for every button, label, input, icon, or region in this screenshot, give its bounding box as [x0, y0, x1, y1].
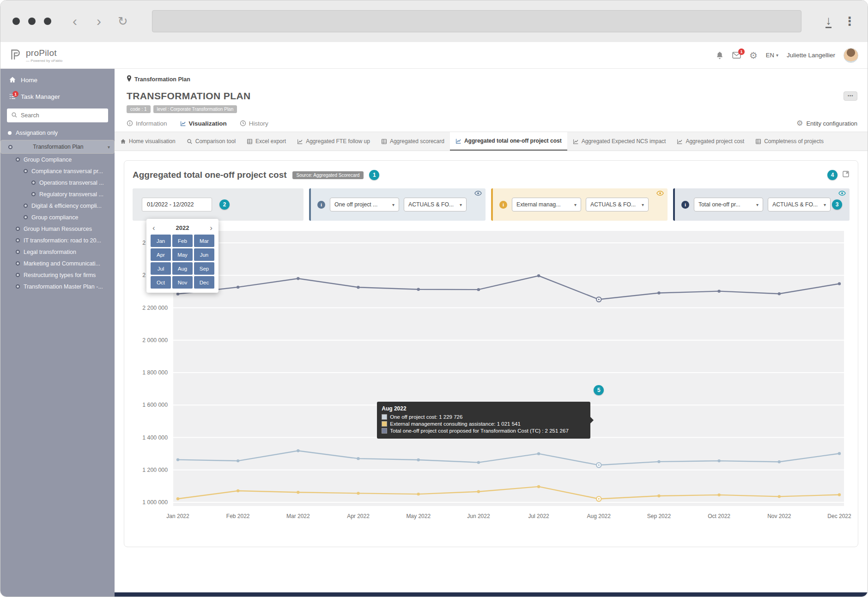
brand-logo[interactable]: proPilot — Powered by oFakto [10, 48, 62, 63]
eye-icon[interactable] [474, 191, 482, 196]
series-select[interactable]: External manag... [512, 198, 581, 211]
data-point[interactable] [237, 459, 239, 462]
subtab-aggregated-total-one-off-project-cost[interactable]: Aggregated total one-off project cost [450, 132, 567, 151]
month-aug[interactable]: Aug [172, 262, 193, 275]
subtab-completness-of-projects[interactable]: Completness of projects [750, 132, 829, 151]
data-point[interactable] [838, 493, 841, 496]
cost-line-chart[interactable]: 1 000 0001 200 0001 400 0001 600 0001 80… [133, 226, 851, 540]
data-point[interactable] [417, 493, 420, 495]
subtab-aggregated-expected-ncs-impact[interactable]: Aggregated Expected NCS impact [567, 132, 672, 151]
tab-history[interactable]: History [240, 120, 268, 127]
notifications-bell-icon[interactable] [716, 51, 724, 60]
data-point[interactable] [838, 282, 841, 285]
data-point[interactable] [778, 495, 781, 498]
window-button[interactable] [12, 18, 20, 25]
data-point[interactable] [657, 494, 660, 497]
series-select[interactable]: Total one-off pr... [694, 198, 763, 211]
data-point[interactable] [176, 458, 179, 461]
data-point[interactable] [778, 460, 781, 463]
next-year-icon[interactable]: › [210, 224, 212, 232]
scenario-select[interactable]: ACTUALS & FO... [768, 198, 831, 211]
data-point[interactable] [237, 489, 239, 492]
sidebar-item-task-manager[interactable]: 1 Task Manager [0, 88, 115, 105]
month-may[interactable]: May [172, 248, 193, 261]
tree-item-group-compliance[interactable]: Group Compliance [0, 154, 115, 165]
browser-menu-icon[interactable]: ⋮ [844, 14, 856, 29]
data-point[interactable] [657, 460, 660, 463]
tree-item-legal-transformation[interactable]: Legal transformation [0, 246, 115, 258]
breadcrumb[interactable]: Transformation Plan [115, 69, 868, 83]
download-icon[interactable]: ↓ [826, 14, 832, 28]
eye-icon[interactable] [838, 191, 846, 196]
data-point[interactable] [417, 288, 420, 291]
overflow-menu-button[interactable]: ⋯ [844, 91, 857, 101]
data-point[interactable] [477, 461, 480, 464]
tree-item-it-transformation-road-to-20[interactable]: IT transformation: road to 20... [0, 235, 115, 246]
series-select[interactable]: One off project ... [330, 198, 399, 211]
scenario-select[interactable]: ACTUALS & FO... [404, 198, 467, 211]
data-point[interactable] [537, 274, 540, 277]
search-input[interactable] [7, 109, 108, 122]
tree-item-group-human-ressources[interactable]: Group Human Ressources [0, 223, 115, 235]
month-mar[interactable]: Mar [194, 235, 214, 247]
tab-information[interactable]: Information [127, 120, 167, 127]
data-point[interactable] [357, 492, 359, 494]
scenario-select[interactable]: ACTUALS & FO... [586, 198, 649, 211]
data-point[interactable] [717, 289, 720, 292]
data-point[interactable] [838, 452, 841, 455]
messages-icon[interactable]: 1 [732, 52, 741, 59]
expand-icon[interactable] [842, 170, 850, 180]
tab-visualization[interactable]: Visualization [180, 120, 227, 127]
data-point[interactable] [477, 288, 480, 291]
refresh-icon[interactable]: ↻ [115, 15, 131, 27]
data-point[interactable] [717, 459, 720, 462]
data-point[interactable] [357, 286, 359, 289]
date-range-input[interactable] [142, 198, 212, 211]
tree-item-operations-transversal[interactable]: Operations transversal ... [0, 177, 115, 188]
sidebar-item-home[interactable]: Home [0, 69, 115, 88]
tree-item-marketing-and-communicati[interactable]: Marketing and Communicati... [0, 258, 115, 269]
data-point[interactable] [417, 458, 420, 461]
tree-item-compliance-transversal-pr[interactable]: Compliance transversal pr... [0, 165, 115, 177]
month-jun[interactable]: Jun [194, 248, 214, 261]
month-dec[interactable]: Dec [194, 276, 214, 289]
back-icon[interactable]: ‹ [67, 14, 83, 28]
data-point[interactable] [176, 292, 179, 295]
subtab-comparison-tool[interactable]: Comparison tool [181, 132, 241, 151]
url-bar[interactable] [152, 10, 801, 32]
subtab-home-visualisation[interactable]: Home visualisation [115, 132, 181, 151]
month-jan[interactable]: Jan [151, 235, 171, 247]
forward-icon[interactable]: › [91, 14, 107, 28]
tree-item-group-compliance[interactable]: Group compliance [0, 211, 115, 223]
subtab-aggregated-scorecard[interactable]: Aggregated scorecard [376, 132, 450, 151]
language-selector[interactable]: EN ▾ [766, 52, 778, 59]
subtab-aggregated-fte-follow-up[interactable]: Aggregated FTE follow up [291, 132, 376, 151]
month-jul[interactable]: Jul [151, 262, 171, 275]
tree-item-digital-efficiency-compli[interactable]: Digital & efficiency compli... [0, 200, 115, 211]
entity-configuration-button[interactable]: ⚙ Entity configuration [796, 120, 857, 127]
subtab-excel-export[interactable]: Excel export [241, 132, 291, 151]
previous-year-icon[interactable]: ‹ [152, 224, 155, 232]
data-point[interactable] [537, 452, 540, 455]
data-point[interactable] [357, 457, 359, 460]
assignation-only-toggle[interactable]: Assignation only [0, 124, 115, 140]
month-oct[interactable]: Oct [151, 276, 171, 289]
window-button[interactable] [28, 18, 36, 25]
window-button[interactable] [44, 18, 51, 25]
data-point[interactable] [778, 292, 781, 295]
avatar[interactable] [844, 48, 858, 63]
month-nov[interactable]: Nov [172, 276, 193, 289]
data-point[interactable] [297, 491, 299, 494]
data-point[interactable] [477, 490, 480, 493]
data-point[interactable] [297, 449, 299, 452]
tree-item-transformation-master-plan[interactable]: Transformation Master Plan -... [0, 281, 115, 292]
settings-gear-icon[interactable]: ⚙ [749, 51, 758, 60]
data-point[interactable] [176, 497, 179, 500]
data-point[interactable] [657, 291, 660, 294]
month-sep[interactable]: Sep [194, 262, 214, 275]
tree-item-transformation-plan[interactable]: Transformation Plan [0, 140, 115, 154]
data-point[interactable] [717, 494, 720, 496]
subtab-aggregated-project-cost[interactable]: Aggregated project cost [671, 132, 750, 151]
data-point[interactable] [537, 485, 540, 488]
month-feb[interactable]: Feb [172, 235, 193, 247]
